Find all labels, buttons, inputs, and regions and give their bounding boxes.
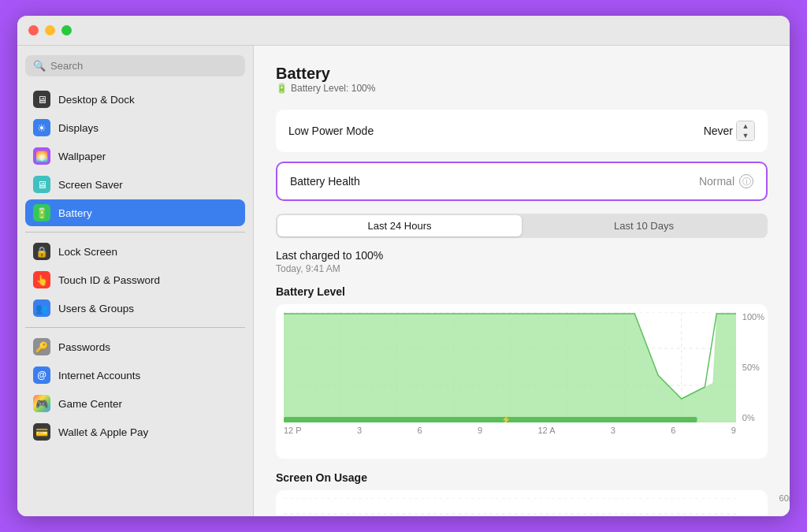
search-input[interactable] [50, 60, 237, 72]
sidebar-item-screen-saver[interactable]: 🖥 Screen Saver [25, 171, 245, 198]
stepper-up[interactable]: ▲ [737, 121, 754, 131]
sidebar-item-battery[interactable]: 🔋 Battery [25, 199, 245, 226]
sidebar-label-wallpaper: Wallpaper [58, 151, 106, 162]
x-label-6-2: 6 [671, 426, 675, 435]
wallet-icon: 💳 [33, 423, 50, 441]
sidebar-label-game-center: Game Center [58, 398, 122, 410]
maximize-button[interactable] [61, 25, 72, 35]
svg-text:⚡: ⚡ [501, 415, 511, 422]
sidebar-divider-2 [25, 327, 245, 328]
passwords-icon: 🔑 [33, 338, 50, 355]
low-power-stepper[interactable]: ▲ ▼ [736, 121, 755, 141]
sidebar-label-battery: Battery [58, 207, 92, 219]
sidebar-label-desktop-dock: Desktop & Dock [58, 94, 135, 106]
sidebar-item-desktop-dock[interactable]: 🖥 Desktop & Dock [25, 86, 245, 113]
screen-chart-svg [284, 498, 736, 516]
last-charged-time: Today, 9:41 AM [276, 263, 768, 274]
internet-accounts-icon: @ [33, 366, 50, 384]
x-label-12a: 12 A [537, 426, 555, 435]
y-label-60m: 60m [779, 493, 790, 503]
settings-window: 🔍 🖥 Desktop & Dock ☀ Displays 🌅 Wallpape… [17, 16, 790, 516]
sidebar-label-displays: Displays [58, 122, 99, 134]
battery-icon-small: 🔋 [276, 83, 288, 94]
sidebar-item-game-center[interactable]: 🎮 Game Center [25, 390, 245, 417]
sidebar-divider-1 [25, 232, 245, 233]
y-label-100: 100% [742, 312, 764, 322]
battery-chart-svg: ⚡ [284, 312, 736, 422]
content-area: 🔍 🖥 Desktop & Dock ☀ Displays 🌅 Wallpape… [17, 46, 790, 516]
chart-area: ⚡ 100% 50% 0% [284, 312, 736, 422]
low-power-mode-row: Low Power Mode Never ▲ ▼ [276, 110, 768, 152]
battery-health-text: Normal [699, 175, 734, 188]
sidebar-label-users-groups: Users & Groups [58, 303, 134, 314]
battery-icon: 🔋 [33, 204, 50, 221]
low-power-mode-text: Never [704, 125, 733, 137]
y-label-0: 0% [742, 413, 764, 422]
tab-10d[interactable]: Last 10 Days [522, 215, 766, 236]
screen-on-chart: 60m [276, 490, 768, 516]
x-label-3-1: 3 [357, 426, 362, 435]
sidebar-item-touch-id[interactable]: 👆 Touch ID & Password [25, 266, 245, 293]
time-tabs: Last 24 Hours Last 10 Days [276, 214, 768, 238]
battery-level-title: Battery Level [276, 285, 768, 298]
sidebar-item-wallpaper[interactable]: 🌅 Wallpaper [25, 143, 245, 169]
sidebar: 🔍 🖥 Desktop & Dock ☀ Displays 🌅 Wallpape… [17, 46, 254, 516]
sidebar-item-passwords[interactable]: 🔑 Passwords [25, 333, 245, 360]
sidebar-item-wallet[interactable]: 💳 Wallet & Apple Pay [25, 419, 245, 445]
header-info: Battery 🔋 Battery Level: 100% [276, 65, 375, 94]
sidebar-label-touch-id: Touch ID & Password [58, 274, 160, 286]
sidebar-item-displays[interactable]: ☀ Displays [25, 114, 245, 141]
chart-y-labels: 100% 50% 0% [742, 312, 764, 422]
info-button[interactable]: ⓘ [739, 174, 753, 188]
screen-saver-icon: 🖥 [33, 176, 50, 193]
x-label-9-1: 9 [478, 426, 482, 435]
y-label-50: 50% [742, 363, 764, 372]
sidebar-item-internet-accounts[interactable]: @ Internet Accounts [25, 362, 245, 389]
battery-health-row: Battery Health Normal ⓘ [276, 162, 768, 201]
close-button[interactable] [28, 25, 39, 35]
lock-screen-icon: 🔒 [33, 243, 50, 260]
titlebar [17, 16, 790, 46]
displays-icon: ☀ [33, 119, 50, 136]
sidebar-item-lock-screen[interactable]: 🔒 Lock Screen [25, 238, 245, 265]
x-label-9-2: 9 [731, 426, 736, 435]
game-center-icon: 🎮 [33, 395, 50, 412]
x-label-12p: 12 P [284, 426, 302, 435]
minimize-button[interactable] [45, 25, 55, 35]
sidebar-label-lock-screen: Lock Screen [58, 246, 117, 258]
search-box[interactable]: 🔍 [25, 55, 245, 76]
sidebar-label-passwords: Passwords [58, 341, 110, 353]
battery-level-chart: ⚡ 100% 50% 0% 12 P 3 6 9 12 A 3 [276, 304, 768, 459]
stepper-down[interactable]: ▼ [737, 131, 754, 140]
battery-health-label: Battery Health [290, 175, 360, 188]
page-title: Battery [276, 65, 375, 83]
sidebar-item-users-groups[interactable]: 👥 Users & Groups [25, 295, 245, 322]
battery-level-text: Battery Level: 100% [291, 83, 375, 94]
touch-id-icon: 👆 [33, 271, 50, 288]
wallpaper-icon: 🌅 [33, 147, 50, 165]
main-content: Battery 🔋 Battery Level: 100% Low Power … [254, 46, 790, 516]
x-label-3-2: 3 [611, 426, 615, 435]
svg-rect-12 [284, 417, 697, 422]
screen-y-label: 60m [779, 490, 790, 516]
battery-health-value: Normal ⓘ [699, 174, 753, 188]
svg-marker-11 [284, 314, 736, 422]
low-power-mode-label: Low Power Mode [288, 125, 374, 137]
screen-on-title: Screen On Usage [276, 471, 768, 484]
desktop-dock-icon: 🖥 [33, 91, 50, 108]
search-icon: 🔍 [33, 60, 46, 72]
users-groups-icon: 👥 [33, 299, 50, 317]
x-label-6-1: 6 [417, 426, 422, 435]
low-power-mode-value[interactable]: Never ▲ ▼ [704, 121, 755, 141]
chart-x-labels: 12 P 3 6 9 12 A 3 6 9 [284, 422, 736, 435]
last-charged-label: Last charged to 100% [276, 249, 768, 262]
sidebar-label-internet-accounts: Internet Accounts [58, 370, 140, 381]
main-header: Battery 🔋 Battery Level: 100% [276, 65, 768, 94]
sidebar-label-screen-saver: Screen Saver [58, 179, 123, 191]
tab-24h[interactable]: Last 24 Hours [277, 215, 522, 236]
sidebar-label-wallet: Wallet & Apple Pay [58, 426, 148, 438]
battery-subtitle: 🔋 Battery Level: 100% [276, 83, 375, 94]
